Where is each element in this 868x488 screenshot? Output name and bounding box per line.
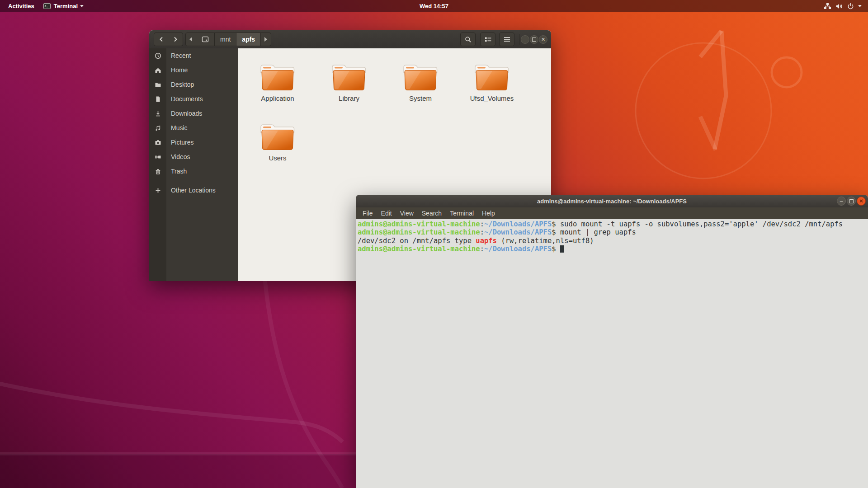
files-sidebar: Recent Home Desktop Documents Downloads [149,48,238,281]
home-icon [155,67,161,74]
minimize-button[interactable]: – [521,35,529,44]
terminal-cursor [560,245,564,253]
terminal-window: admins@admins-virtual-machine: ~/Downloa… [356,195,868,488]
folder-item-users[interactable]: Users [242,120,313,179]
sidebar-item-label: Documents [166,95,203,103]
menu-view[interactable]: View [396,207,418,219]
triangle-left-icon [189,37,192,42]
terminal-line: /dev/sdc2 on /mnt/apfs type uapfs (rw,re… [358,237,868,245]
app-menu-button[interactable]: Terminal [39,0,88,12]
terminal-line: admins@admins-virtual-machine:~/Download… [358,228,868,236]
view-list-icon [485,37,491,42]
folder-item-application[interactable]: Application [242,60,313,120]
maximize-icon [532,38,536,42]
top-bar: Activities Terminal Wed 14:57 [0,0,868,12]
folder-icon [257,120,298,152]
system-tray[interactable] [820,0,865,12]
folder-name: System [409,94,432,102]
folder-item-system[interactable]: System [385,60,456,120]
path-segment-apfs[interactable]: apfs [236,33,261,46]
folder-icon [257,60,298,93]
menu-edit[interactable]: Edit [377,207,396,219]
chevron-left-icon [158,36,165,42]
view-toggle-button[interactable] [480,33,495,46]
maximize-button[interactable] [530,35,538,44]
documents-icon [155,96,161,103]
files-headerbar: mnt apfs – ✕ [149,30,551,49]
terminal-output[interactable]: admins@admins-virtual-machine:~/Download… [356,219,868,488]
terminal-titlebar[interactable]: admins@admins-virtual-machine: ~/Downloa… [356,195,868,207]
folder-icon [400,60,441,93]
desktop: mnt apfs – ✕ Recent [0,0,868,488]
sidebar-item-label: Recent [166,52,191,59]
terminal-prompt-line: admins@admins-virtual-machine:~/Download… [358,245,868,253]
volume-icon [835,3,843,9]
terminal-menubar: File Edit View Search Terminal Help [356,207,868,219]
drive-icon [202,36,209,42]
forward-button[interactable] [168,33,183,46]
downloads-icon [155,110,161,117]
path-scroll-left-button[interactable] [186,33,196,46]
sidebar-item-label: Home [166,66,188,74]
folder-item-ufsd-volumes[interactable]: Ufsd_Volumes [456,60,528,120]
music-icon [155,125,161,131]
power-icon [847,3,854,9]
menu-button[interactable] [499,33,514,46]
clock[interactable]: Wed 14:57 [415,0,453,12]
sidebar-item-downloads[interactable]: Downloads [149,106,238,121]
hamburger-menu-icon [504,37,510,42]
path-scroll-right-button[interactable] [261,33,271,46]
terminal-icon [43,3,51,9]
search-icon [465,36,472,43]
path-drive-button[interactable] [196,33,215,46]
pictures-icon [155,139,161,146]
activities-button[interactable]: Activities [4,0,39,12]
search-button[interactable] [460,33,476,46]
breadcrumb: mnt apfs [185,33,271,46]
sidebar-item-label: Other Locations [166,187,216,194]
maximize-button[interactable] [847,197,856,206]
sidebar-item-home[interactable]: Home [149,63,238,77]
close-button[interactable]: ✕ [857,197,866,206]
sidebar-item-other-locations[interactable]: Other Locations [149,183,238,197]
folder-name: Application [261,94,294,102]
folder-icon [472,60,512,93]
menu-search[interactable]: Search [418,207,446,219]
close-button[interactable]: ✕ [539,35,547,44]
path-segment-mnt[interactable]: mnt [215,33,236,46]
sidebar-item-pictures[interactable]: Pictures [149,135,238,150]
videos-icon [155,154,161,160]
network-icon [824,3,831,9]
menu-file[interactable]: File [359,207,377,219]
folder-name: Library [339,94,359,102]
recent-icon [155,52,161,59]
sidebar-item-label: Desktop [166,81,194,88]
sidebar-item-label: Trash [166,168,187,175]
trash-icon [155,168,161,175]
app-menu-label: Terminal [54,3,78,9]
folder-name: Users [269,154,286,162]
chevron-down-icon [80,5,84,7]
desktop-icon [155,81,161,88]
folder-icon [329,60,369,93]
sidebar-item-trash[interactable]: Trash [149,164,238,178]
chevron-right-icon [172,36,179,42]
menu-help[interactable]: Help [478,207,499,219]
window-title: admins@admins-virtual-machine: ~/Downloa… [537,198,687,205]
sidebar-item-music[interactable]: Music [149,121,238,135]
menu-terminal[interactable]: Terminal [446,207,478,219]
sidebar-item-recent[interactable]: Recent [149,48,238,63]
minimize-button[interactable]: – [837,197,846,206]
sidebar-item-desktop[interactable]: Desktop [149,77,238,92]
back-button[interactable] [154,33,169,46]
folder-name: Ufsd_Volumes [470,94,514,102]
chevron-down-icon [858,5,862,7]
plus-icon [155,187,161,194]
sidebar-item-label: Downloads [166,110,202,117]
terminal-line: admins@admins-virtual-machine:~/Download… [358,220,868,228]
maximize-icon [849,199,854,203]
folder-item-library[interactable]: Library [313,60,385,120]
sidebar-item-documents[interactable]: Documents [149,92,238,106]
sidebar-item-label: Music [166,124,188,131]
sidebar-item-videos[interactable]: Videos [149,150,238,164]
